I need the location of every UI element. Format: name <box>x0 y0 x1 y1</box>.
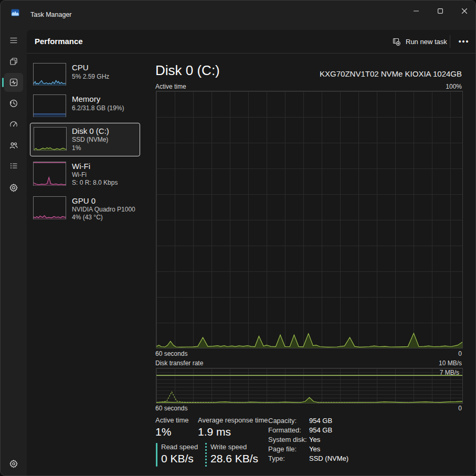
settings-gear-icon <box>9 459 18 468</box>
maximize-icon <box>438 8 443 14</box>
formatted-label: Formatted: <box>268 426 301 435</box>
page-title: Performance <box>35 37 83 46</box>
run-new-task-icon <box>392 37 401 46</box>
transfer-rate-scale-label: 7 MB/s <box>440 369 459 376</box>
perf-list-item-cpu[interactable]: CPU 5% 2.59 GHz <box>30 59 141 91</box>
minimize-button[interactable] <box>404 1 428 22</box>
gpu-mini-chart <box>33 196 66 219</box>
system-disk-value: Yes <box>309 435 320 445</box>
transfer-rate-xleft-label: 60 seconds <box>155 405 187 412</box>
navigation-menu-button[interactable] <box>4 31 23 50</box>
services-icon <box>9 183 18 192</box>
minimize-icon <box>414 8 419 14</box>
transfer-rate-chart: 7 MB/s <box>156 368 463 404</box>
maximize-button[interactable] <box>428 1 452 22</box>
perf-list-item-gpu0[interactable]: GPU 0 NVIDIA Quadro P1000 4% (43 °C) <box>30 193 141 225</box>
read-speed-label: Read speed <box>161 443 198 451</box>
disk-page-title: Disk 0 (C:) <box>155 62 220 79</box>
write-speed-value: 28.6 KB/s <box>210 452 258 465</box>
perf-list-item-memory[interactable]: Memory 6.2/31.8 GB (19%) <box>30 91 141 122</box>
wifi-throughput: S: 0 R: 8.0 Kbps <box>72 179 118 187</box>
read-speed-legend-bar <box>156 443 157 467</box>
active-time-chart <box>156 91 463 348</box>
close-icon <box>462 8 467 14</box>
disk-type-label: Type: <box>268 454 285 463</box>
sidebar-item-startup-apps[interactable] <box>4 115 23 134</box>
cpu-title: CPU <box>72 63 89 72</box>
sidebar-item-app-history[interactable] <box>4 94 23 113</box>
system-disk-label: System disk: <box>268 435 307 445</box>
cpu-stats: 5% 2.59 GHz <box>72 73 109 81</box>
disk-type: SSD (NVMe) <box>72 136 108 144</box>
wifi-mini-chart <box>33 162 66 186</box>
selected-rail-accent <box>2 78 4 87</box>
transfer-rate-xright-label: 0 <box>458 405 462 412</box>
read-speed-value: 0 KB/s <box>161 452 194 465</box>
task-manager-window: Task Manager Performance <box>0 0 476 476</box>
avg-response-stat-value: 1.9 ms <box>198 426 231 438</box>
gpu-title: GPU 0 <box>72 196 96 205</box>
capacity-value: 954 GB <box>309 416 332 426</box>
processes-icon <box>9 57 18 66</box>
hamburger-icon <box>9 36 18 45</box>
active-time-chart-label: Active time <box>155 83 186 90</box>
perf-list-item-wifi[interactable]: Wi-Fi Wi-Fi S: 0 R: 8.0 Kbps <box>30 158 141 191</box>
disk-title: Disk 0 (C:) <box>72 126 109 135</box>
sidebar-item-details[interactable] <box>4 156 23 175</box>
page-file-value: Yes <box>309 445 320 454</box>
capacity-label: Capacity: <box>268 416 297 426</box>
memory-mini-chart <box>33 94 66 117</box>
sidebar-item-services[interactable] <box>4 178 23 197</box>
disk-active-percent: 1% <box>72 144 81 152</box>
performance-icon <box>9 78 18 87</box>
active-time-xright-label: 0 <box>458 350 462 357</box>
run-new-task-button[interactable]: Run new task <box>386 33 452 50</box>
disk-mini-chart <box>34 127 67 151</box>
settings-button[interactable] <box>4 454 23 473</box>
active-time-xleft-label: 60 seconds <box>155 350 187 357</box>
disk-type-value: SSD (NVMe) <box>309 454 348 463</box>
gpu-stats: 4% (43 °C) <box>72 214 103 221</box>
page-file-label: Page file: <box>268 445 297 454</box>
header-divider <box>27 53 475 54</box>
window-title: Task Manager <box>30 11 72 18</box>
transfer-rate-chart-label: Disk transfer rate <box>155 359 203 367</box>
startup-apps-icon <box>9 120 18 129</box>
memory-title: Memory <box>72 94 100 103</box>
perf-list-item-disk0[interactable]: Disk 0 (C:) SSD (NVMe) 1% <box>30 123 140 156</box>
transfer-rate-ymax-label: 10 MB/s <box>439 359 462 367</box>
wifi-title: Wi-Fi <box>72 162 90 171</box>
active-time-stat-value: 1% <box>155 426 171 438</box>
sidebar-item-performance[interactable] <box>4 73 23 92</box>
write-speed-legend-bar <box>205 443 207 467</box>
sidebar-item-users[interactable] <box>4 136 23 155</box>
active-time-ymax-label: 100% <box>446 83 462 90</box>
toolbar-divider <box>450 35 450 48</box>
write-speed-label: Write speed <box>210 443 247 451</box>
more-options-button[interactable]: ••• <box>455 33 473 50</box>
users-icon <box>9 141 18 150</box>
close-button[interactable] <box>452 1 476 22</box>
wifi-adapter: Wi-Fi <box>72 171 87 179</box>
run-new-task-label: Run new task <box>406 38 447 46</box>
app-history-icon <box>9 99 18 108</box>
ellipsis-icon: ••• <box>459 37 470 46</box>
cpu-mini-chart <box>33 63 66 86</box>
disk-model: KXG70ZNV1T02 NVMe KIOXIA 1024GB <box>320 69 462 78</box>
sidebar-item-processes[interactable] <box>4 52 23 71</box>
active-time-stat-label: Active time <box>155 416 189 424</box>
formatted-value: 954 GB <box>309 426 332 435</box>
app-icon <box>11 8 19 17</box>
memory-stats: 6.2/31.8 GB (19%) <box>72 104 124 112</box>
gpu-name: NVIDIA Quadro P1000 <box>72 206 135 214</box>
details-icon <box>9 161 18 171</box>
avg-response-stat-label: Average response time <box>198 416 268 424</box>
